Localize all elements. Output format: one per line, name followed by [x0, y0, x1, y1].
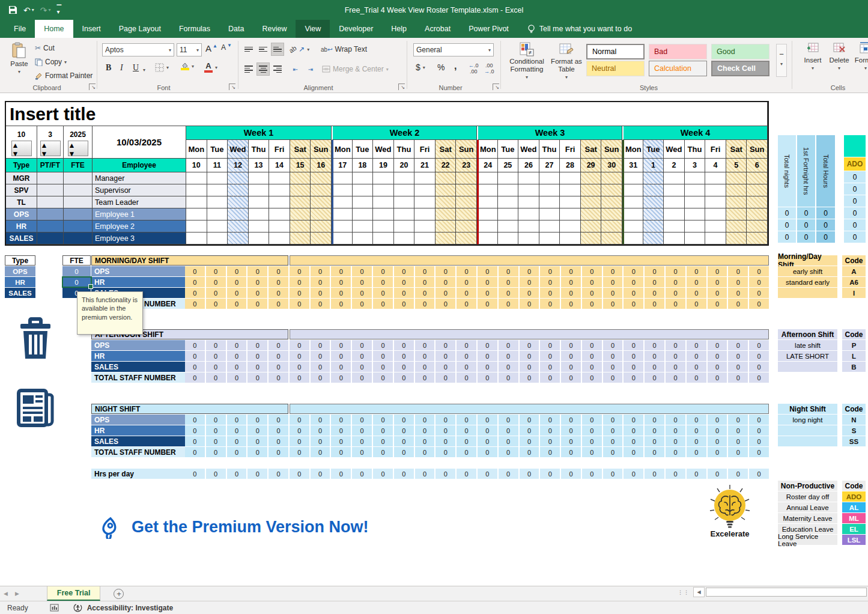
ribbon-tab-file[interactable]: File — [5, 20, 35, 38]
grid-cell[interactable] — [269, 184, 290, 196]
shift-cell[interactable]: 0 — [687, 447, 706, 457]
grid-cell[interactable] — [353, 208, 374, 220]
grid-cell[interactable] — [311, 172, 332, 184]
shift-cell[interactable]: 0 — [185, 266, 205, 276]
hrs-cell[interactable]: 0 — [247, 469, 267, 479]
number-format-combo[interactable]: General▾ — [413, 43, 494, 56]
shift-cell[interactable]: 0 — [520, 447, 539, 457]
shift-cell[interactable]: 0 — [352, 447, 372, 457]
shift-cell[interactable]: 0 — [728, 266, 748, 276]
shift-cell[interactable]: 0 — [708, 277, 727, 287]
sheet-title-cell[interactable]: Insert title — [6, 102, 768, 126]
grid-cell[interactable] — [249, 196, 270, 208]
newspaper-icon[interactable] — [17, 389, 54, 427]
grow-font-button[interactable]: A▲ — [205, 43, 217, 53]
shift-cell[interactable]: 0 — [373, 299, 393, 309]
grid-cell[interactable] — [726, 233, 747, 245]
shift-cell[interactable]: 0 — [749, 362, 769, 372]
shift-cell[interactable]: 0 — [624, 288, 643, 298]
shift-cell[interactable]: 0 — [247, 362, 267, 372]
shift-cell[interactable]: 0 — [561, 351, 581, 361]
shift-cell[interactable]: 0 — [269, 425, 288, 436]
shift-cell[interactable]: 0 — [394, 415, 414, 425]
shift-cell[interactable]: 0 — [247, 447, 267, 457]
ado-value-cell[interactable]: 0 — [844, 219, 866, 231]
shift-cell[interactable]: 0 — [749, 447, 769, 457]
shift-cell[interactable]: 0 — [728, 447, 748, 457]
shift-cell[interactable]: 0 — [666, 447, 685, 457]
shift-cell[interactable]: 0 — [457, 299, 476, 309]
shift-cell[interactable]: 0 — [561, 436, 581, 446]
shift-cell[interactable]: 0 — [624, 340, 643, 350]
legend-code-cell[interactable]: L — [842, 351, 866, 361]
ado-value-cell[interactable]: 0 — [844, 231, 866, 243]
grid-cell[interactable] — [456, 220, 477, 233]
grid-cell[interactable] — [353, 196, 374, 208]
hrs-cell[interactable]: 0 — [436, 469, 455, 479]
shift-cell[interactable]: 0 — [290, 447, 309, 457]
hrs-cell[interactable]: 0 — [227, 469, 247, 479]
shift-cell[interactable]: 0 — [666, 362, 685, 372]
shift-cell[interactable]: 0 — [478, 447, 497, 457]
grid-cell[interactable] — [643, 184, 664, 196]
grid-cell[interactable] — [290, 220, 311, 233]
comma-style-button[interactable]: , — [454, 61, 457, 71]
shift-cell[interactable]: 0 — [206, 340, 226, 350]
legend-code-cell[interactable]: LSL — [842, 535, 866, 545]
day-name-cell[interactable]: Mon — [186, 140, 207, 159]
shift-cell[interactable]: 0 — [415, 425, 435, 436]
fill-color-button[interactable]: ▾ — [180, 62, 194, 70]
grid-cell[interactable] — [414, 172, 436, 184]
shift-cell[interactable]: 0 — [331, 436, 351, 446]
shift-cell[interactable]: 0 — [311, 447, 330, 457]
grid-cell[interactable] — [622, 172, 643, 184]
shift-cell[interactable]: 0 — [331, 299, 351, 309]
grid-cell[interactable] — [643, 233, 664, 245]
shift-cell[interactable]: 0 — [645, 415, 664, 425]
shift-cell[interactable]: 0 — [311, 266, 330, 276]
grid-cell[interactable] — [518, 233, 539, 245]
shift-cell[interactable]: 0 — [394, 372, 414, 383]
day-name-cell[interactable]: Wed — [664, 140, 685, 159]
shift-cell[interactable]: 0 — [290, 415, 309, 425]
grid-cell[interactable] — [394, 220, 415, 233]
shift-cell[interactable]: 0 — [520, 425, 539, 436]
roster-empty-cell[interactable] — [37, 184, 64, 196]
shift-cell[interactable]: 0 — [227, 415, 247, 425]
summary-value-cell[interactable]: 0 — [797, 219, 815, 231]
grid-cell[interactable] — [290, 184, 311, 196]
align-right-button[interactable] — [271, 62, 284, 76]
shift-cell[interactable]: 0 — [708, 266, 727, 276]
shift-cell[interactable]: 0 — [185, 277, 205, 287]
hrs-cell[interactable]: 0 — [457, 469, 476, 479]
grid-cell[interactable] — [394, 184, 415, 196]
paste-button[interactable]: Paste▾ — [7, 42, 31, 74]
shift-cell[interactable]: 0 — [478, 351, 497, 361]
grid-cell[interactable] — [373, 196, 394, 208]
shift-cell[interactable]: 0 — [436, 277, 455, 287]
hrs-cell[interactable]: 0 — [331, 469, 351, 479]
shift-cell[interactable]: 0 — [331, 340, 351, 350]
tell-me-box[interactable]: Tell me what you want to do — [527, 20, 632, 38]
cell-style-check-cell[interactable]: Check Cell — [711, 61, 769, 76]
shift-cell[interactable]: 0 — [666, 351, 685, 361]
shift-cell[interactable]: 0 — [185, 372, 205, 383]
grid-cell[interactable] — [477, 208, 498, 220]
shift-cell[interactable]: 0 — [206, 351, 226, 361]
date-header-cell[interactable]: 19 — [373, 159, 394, 172]
roster-name-cell[interactable]: Employee 2 — [93, 220, 186, 233]
roster-empty-cell[interactable] — [64, 172, 93, 184]
day-name-cell[interactable]: Fri — [560, 140, 581, 159]
shift-cell[interactable]: 0 — [373, 415, 393, 425]
shift-cell[interactable]: 0 — [457, 425, 476, 436]
shift-cell[interactable]: 0 — [708, 372, 727, 383]
shift-cell[interactable]: 0 — [499, 372, 518, 383]
shift-cell[interactable]: 0 — [645, 425, 664, 436]
grid-cell[interactable] — [601, 184, 622, 196]
roster-empty-cell[interactable] — [64, 208, 93, 220]
shift-cell[interactable]: 0 — [206, 266, 226, 276]
sheet-nav-right-icon[interactable]: ▶ — [11, 586, 23, 601]
shift-cell[interactable]: 0 — [331, 372, 351, 383]
grid-cell[interactable] — [269, 220, 290, 233]
date-header-cell[interactable]: 15 — [290, 159, 311, 172]
